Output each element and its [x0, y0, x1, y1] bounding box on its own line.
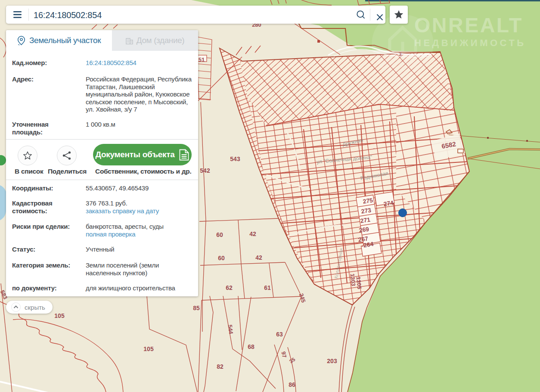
svg-text:203: 203: [327, 358, 337, 364]
svg-text:105: 105: [54, 312, 65, 319]
svg-text:61: 61: [264, 284, 271, 291]
svg-text:63: 63: [276, 331, 283, 338]
svg-text:544: 544: [227, 324, 234, 335]
svg-text:86: 86: [289, 381, 295, 388]
svg-text:85: 85: [193, 305, 200, 311]
svg-text:542: 542: [200, 167, 210, 174]
svg-text:42: 42: [249, 230, 256, 237]
svg-text:62: 62: [226, 284, 233, 291]
svg-text:543: 543: [230, 156, 240, 162]
svg-text:68: 68: [248, 343, 254, 350]
svg-text:60: 60: [216, 231, 223, 238]
svg-text:42: 42: [255, 254, 262, 261]
svg-text:82: 82: [217, 363, 223, 370]
svg-text:97: 97: [280, 351, 288, 358]
svg-text:60: 60: [218, 255, 225, 261]
svg-text:51: 51: [199, 56, 205, 63]
svg-text:105: 105: [143, 345, 154, 352]
svg-text:1305: 1305: [355, 277, 363, 289]
